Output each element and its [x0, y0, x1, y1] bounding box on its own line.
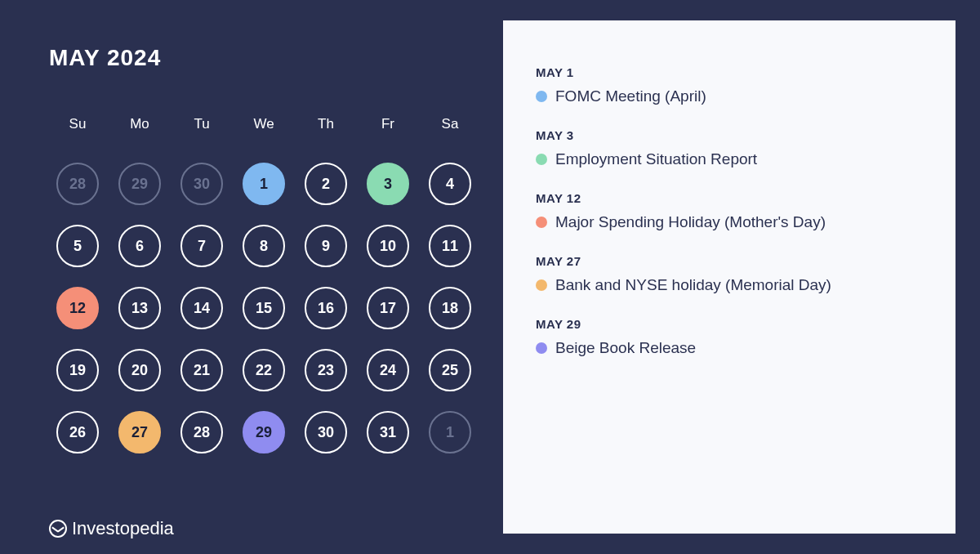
event-block: MAY 1FOMC Meeting (April) [536, 65, 923, 105]
calendar-day: 22 [243, 349, 285, 391]
event-dot-icon [536, 342, 547, 354]
calendar-day: 28 [180, 411, 223, 453]
calendar-day: 26 [56, 411, 99, 453]
calendar-day: 24 [367, 349, 409, 391]
weekday-row: SuMoTuWeThFrSa [49, 116, 479, 132]
event-block: MAY 3Employment Situation Report [536, 128, 923, 168]
event-label: FOMC Meeting (April) [555, 87, 706, 105]
calendar-day: 10 [367, 225, 409, 267]
calendar-day: 6 [118, 225, 161, 267]
calendar-day: 21 [180, 349, 223, 391]
event-block: MAY 29Beige Book Release [536, 317, 923, 357]
calendar-day: 12 [56, 287, 99, 329]
calendar-day: 8 [243, 225, 285, 267]
calendar-day: 14 [180, 287, 223, 329]
calendar-day: 18 [429, 287, 471, 329]
weekday-header: Su [49, 116, 106, 132]
brand-text: Investopedia [72, 518, 174, 539]
calendar-day: 17 [367, 287, 409, 329]
calendar-panel: MAY 2024 SuMoTuWeThFrSa 2829301234567891… [0, 0, 503, 554]
event-block: MAY 27Bank and NYSE holiday (Memorial Da… [536, 254, 923, 294]
calendar-day: 30 [180, 163, 223, 205]
event-label: Beige Book Release [555, 339, 696, 357]
event-dot-icon [536, 91, 547, 102]
calendar-day: 7 [180, 225, 223, 267]
event-date: MAY 3 [536, 128, 923, 142]
weekday-header: Fr [359, 116, 416, 132]
event-dot-icon [536, 279, 547, 291]
event-date: MAY 27 [536, 254, 923, 268]
calendar-day: 2 [305, 163, 347, 205]
calendar-day: 25 [429, 349, 471, 391]
brand-icon [49, 520, 67, 538]
calendar-day: 3 [367, 163, 409, 205]
calendar-day: 9 [305, 225, 347, 267]
event-date: MAY 1 [536, 65, 923, 79]
event-label: Major Spending Holiday (Mother's Day) [555, 213, 826, 231]
calendar-day: 13 [118, 287, 161, 329]
calendar-day: 27 [118, 411, 161, 453]
event-label: Bank and NYSE holiday (Memorial Day) [555, 276, 831, 294]
calendar-day: 31 [367, 411, 409, 453]
event-line: Beige Book Release [536, 339, 923, 357]
calendar-day: 30 [305, 411, 347, 453]
event-dot-icon [536, 154, 547, 165]
calendar-day: 23 [305, 349, 347, 391]
calendar-day: 29 [243, 411, 285, 453]
weekday-header: Mo [111, 116, 168, 132]
event-block: MAY 12Major Spending Holiday (Mother's D… [536, 191, 923, 231]
weekday-header: We [235, 116, 292, 132]
weekday-header: Sa [421, 116, 479, 132]
event-line: FOMC Meeting (April) [536, 87, 923, 105]
brand-logo: Investopedia [49, 518, 174, 539]
event-line: Major Spending Holiday (Mother's Day) [536, 213, 923, 231]
event-line: Bank and NYSE holiday (Memorial Day) [536, 276, 923, 294]
weekday-header: Th [297, 116, 354, 132]
event-date: MAY 12 [536, 191, 923, 205]
event-dot-icon [536, 217, 547, 228]
event-line: Employment Situation Report [536, 150, 923, 168]
calendar-day: 5 [56, 225, 99, 267]
calendar-day: 19 [56, 349, 99, 391]
events-panel: MAY 1FOMC Meeting (April)MAY 3Employment… [503, 20, 956, 534]
days-grid: 2829301234567891011121314151617181920212… [49, 155, 479, 461]
calendar-day: 4 [429, 163, 471, 205]
event-date: MAY 29 [536, 317, 923, 331]
calendar-day: 15 [243, 287, 285, 329]
calendar-day: 28 [56, 163, 99, 205]
calendar-day: 16 [305, 287, 347, 329]
weekday-header: Tu [173, 116, 230, 132]
month-title: MAY 2024 [49, 45, 479, 71]
calendar-day: 1 [429, 411, 471, 453]
calendar-day: 29 [118, 163, 161, 205]
calendar-day: 11 [429, 225, 471, 267]
event-label: Employment Situation Report [555, 150, 757, 168]
calendar-day: 20 [118, 349, 161, 391]
calendar-day: 1 [243, 163, 285, 205]
